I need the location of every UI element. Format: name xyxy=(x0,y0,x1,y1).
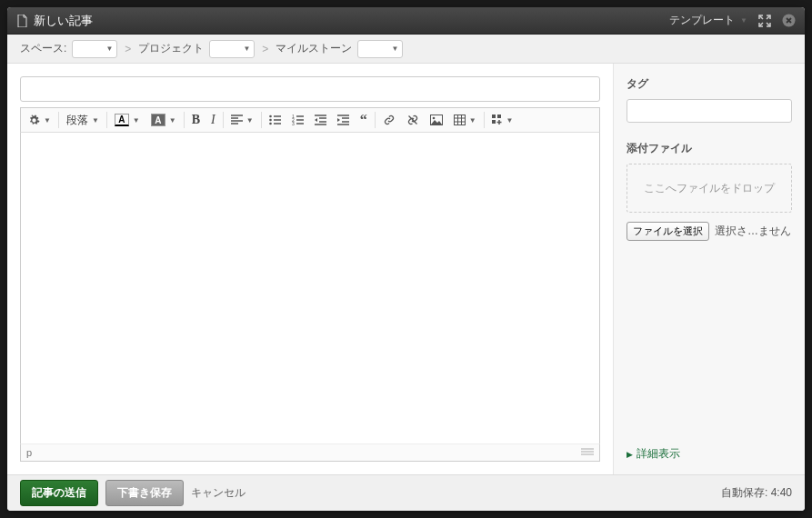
space-label: スペース: xyxy=(20,41,66,56)
editor-statusbar: p xyxy=(20,443,600,462)
toolbar-separator xyxy=(58,112,59,128)
numbered-list-icon: 123 xyxy=(292,115,304,125)
text-color-button[interactable]: A ▼ xyxy=(109,108,145,132)
file-status-text: 選択さ…ません xyxy=(715,224,791,239)
bg-color-icon: A xyxy=(151,114,165,126)
svg-rect-12 xyxy=(497,115,501,118)
modal-footer: 記事の送信 下書き保存 キャンセル 自動保存: 4:40 xyxy=(7,474,805,511)
outdent-icon xyxy=(315,115,326,125)
caret-down-icon: ▼ xyxy=(391,45,398,53)
bullet-list-icon xyxy=(269,115,281,125)
submit-button[interactable]: 記事の送信 xyxy=(20,480,98,506)
attachments-heading: 添付ファイル xyxy=(627,141,792,156)
main-pane: ▼ 段落 ▼ A ▼ A ▼ B I xyxy=(7,64,614,474)
svg-point-3 xyxy=(269,123,272,125)
caret-down-icon: ▼ xyxy=(105,45,113,53)
caret-down-icon: ▼ xyxy=(246,116,254,125)
modal-header: 新しい記事 テンプレート ▼ xyxy=(7,7,805,35)
breadcrumb-separator: > xyxy=(123,43,133,55)
file-dropzone[interactable]: ここへファイルをドロップ xyxy=(627,164,792,213)
milestone-select[interactable]: ▼ xyxy=(357,40,403,58)
format-select[interactable]: 段落 ▼ xyxy=(61,108,105,132)
bg-color-button[interactable]: A ▼ xyxy=(145,108,182,132)
expand-icon[interactable] xyxy=(758,15,771,27)
link-icon xyxy=(383,115,396,125)
caret-down-icon: ▼ xyxy=(740,16,747,25)
caret-down-icon: ▼ xyxy=(169,116,176,125)
table-icon xyxy=(454,115,466,125)
plus-grid-icon xyxy=(492,115,503,125)
article-title-input[interactable] xyxy=(20,76,600,102)
caret-down-icon: ▼ xyxy=(506,116,514,125)
toolbar-separator xyxy=(184,112,185,128)
svg-rect-10 xyxy=(492,115,496,118)
svg-point-2 xyxy=(269,119,272,122)
editor-textarea[interactable] xyxy=(20,133,600,444)
image-icon xyxy=(430,115,443,125)
svg-rect-11 xyxy=(492,120,496,124)
sidebar: タグ 添付ファイル ここへファイルをドロップ ファイルを選択 選択さ…ません ▶… xyxy=(614,64,805,474)
modal-title: 新しい記事 xyxy=(34,13,669,29)
caret-down-icon: ▼ xyxy=(92,116,99,125)
autosave-status: 自動保存: 4:40 xyxy=(721,485,792,501)
caret-down-icon: ▼ xyxy=(44,116,51,125)
indent-button[interactable] xyxy=(332,108,355,132)
document-icon xyxy=(16,15,28,27)
file-chooser-row: ファイルを選択 選択さ…ません xyxy=(627,222,792,241)
toolbar-separator xyxy=(261,112,262,128)
template-label: テンプレート xyxy=(669,13,735,28)
outdent-button[interactable] xyxy=(309,108,332,132)
breadcrumb: スペース: ▼ > プロジェクト ▼ > マイルストーン ▼ xyxy=(7,35,805,64)
caret-down-icon: ▼ xyxy=(469,116,476,125)
caret-down-icon: ▼ xyxy=(133,116,140,125)
toolbar-separator xyxy=(106,112,107,128)
italic-button[interactable]: I xyxy=(206,108,221,132)
toolbar-separator xyxy=(484,112,485,128)
toolbar-separator xyxy=(375,112,376,128)
new-article-modal: 新しい記事 テンプレート ▼ スペース: ▼ > プロジェクト ▼ > マイルス… xyxy=(7,7,805,511)
element-path[interactable]: p xyxy=(26,447,32,458)
indent-icon xyxy=(337,115,349,125)
align-left-icon xyxy=(231,115,243,125)
numbered-list-button[interactable]: 123 xyxy=(286,108,309,132)
caret-down-icon: ▼ xyxy=(243,45,250,53)
image-button[interactable] xyxy=(425,108,448,132)
link-button[interactable] xyxy=(377,108,401,132)
save-draft-button[interactable]: 下書き保存 xyxy=(105,480,184,506)
template-dropdown[interactable]: テンプレート ▼ xyxy=(669,13,747,28)
more-button[interactable]: ▼ xyxy=(486,108,519,132)
align-button[interactable]: ▼ xyxy=(226,108,259,132)
svg-rect-9 xyxy=(454,115,465,125)
quote-icon: “ xyxy=(360,115,367,125)
triangle-right-icon: ▶ xyxy=(627,450,633,459)
bullet-list-button[interactable] xyxy=(264,108,286,132)
details-toggle[interactable]: ▶ 詳細表示 xyxy=(627,446,792,462)
svg-text:3: 3 xyxy=(292,121,295,125)
breadcrumb-separator: > xyxy=(260,43,270,55)
editor-toolbar: ▼ 段落 ▼ A ▼ A ▼ B I xyxy=(20,107,600,133)
toolbar-separator xyxy=(223,112,224,128)
text-color-icon: A xyxy=(115,114,129,126)
space-select[interactable]: ▼ xyxy=(72,40,117,58)
tags-input[interactable] xyxy=(627,99,792,123)
unlink-button[interactable] xyxy=(401,108,425,132)
bold-button[interactable]: B xyxy=(186,108,206,132)
cancel-button[interactable]: キャンセル xyxy=(191,485,246,501)
svg-point-8 xyxy=(432,117,435,120)
blockquote-button[interactable]: “ xyxy=(355,108,373,132)
milestone-label: マイルストーン xyxy=(276,41,352,56)
project-select[interactable]: ▼ xyxy=(209,40,255,58)
svg-point-1 xyxy=(269,115,272,118)
choose-file-button[interactable]: ファイルを選択 xyxy=(627,222,709,241)
modal-body: ▼ 段落 ▼ A ▼ A ▼ B I xyxy=(7,64,805,474)
tags-heading: タグ xyxy=(627,76,792,92)
resize-handle-icon[interactable] xyxy=(581,448,594,457)
tools-menu[interactable]: ▼ xyxy=(23,108,56,132)
table-button[interactable]: ▼ xyxy=(448,108,482,132)
unlink-icon xyxy=(406,115,419,125)
project-label: プロジェクト xyxy=(138,41,204,56)
gear-icon xyxy=(28,115,40,126)
close-icon[interactable] xyxy=(782,14,796,27)
